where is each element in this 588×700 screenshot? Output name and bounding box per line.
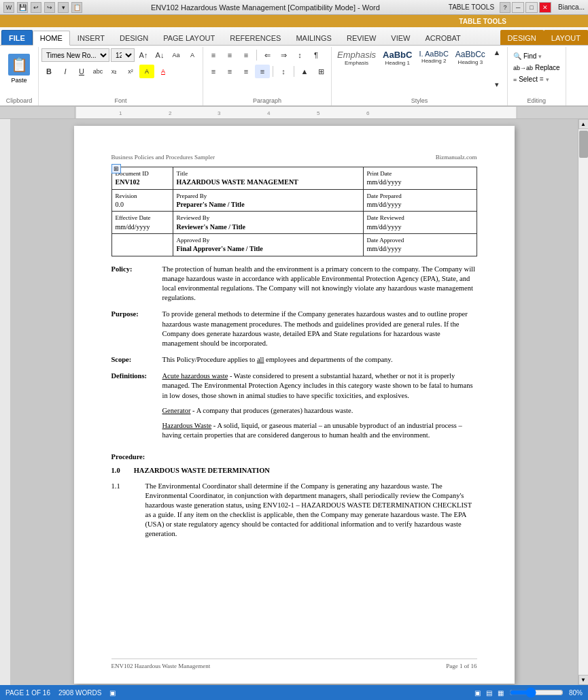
table-cell[interactable]: Date Prepared mm/dd/yyyy bbox=[363, 189, 477, 212]
increase-indent-button[interactable]: ⇒ bbox=[276, 48, 291, 62]
extra-icon[interactable]: 📋 bbox=[71, 2, 82, 13]
tab-insert[interactable]: INSERT bbox=[70, 30, 112, 45]
shrink-font-button[interactable]: A↓ bbox=[152, 48, 167, 62]
tab-page-layout[interactable]: PAGE LAYOUT bbox=[156, 30, 222, 45]
scope-section: Scope: This Policy/Procedure applies to … bbox=[111, 355, 477, 365]
svg-text:1: 1 bbox=[119, 110, 122, 116]
find-icon: 🔍 bbox=[513, 52, 521, 60]
tab-references[interactable]: REFERENCES bbox=[222, 30, 288, 45]
tab-home[interactable]: HOME bbox=[33, 31, 70, 46]
doc-footer: ENV102 Hazardous Waste Management Page 1… bbox=[111, 659, 477, 670]
scope-text: This Policy/Procedure applies to all emp… bbox=[162, 355, 477, 365]
align-right-button[interactable]: ≡ bbox=[239, 65, 254, 78]
font-label: Font bbox=[114, 97, 126, 104]
align-center-button[interactable]: ≡ bbox=[222, 65, 237, 78]
clear-formatting-button[interactable]: A bbox=[185, 48, 200, 62]
table-cell[interactable]: Title HAZARDOUS WASTE MANAGEMENT bbox=[173, 167, 363, 190]
bullets-button[interactable]: ≡ bbox=[206, 48, 221, 62]
tab-table-design[interactable]: DESIGN bbox=[500, 30, 544, 45]
scrollbar[interactable]: ▲ ▼ bbox=[578, 119, 588, 685]
bold-button[interactable]: B bbox=[41, 65, 56, 78]
justify-button[interactable]: ≡ bbox=[255, 65, 270, 78]
multilevel-button[interactable]: ≡ bbox=[239, 48, 254, 62]
table-tools-bar: TABLE TOOLS bbox=[0, 15, 588, 27]
left-margin bbox=[0, 119, 10, 685]
maximize-button[interactable]: □ bbox=[525, 2, 538, 13]
quick-access-icon[interactable]: ▾ bbox=[58, 2, 69, 13]
highlight-button[interactable]: A bbox=[139, 65, 154, 78]
numbering-button[interactable]: ≡ bbox=[222, 48, 237, 62]
superscript-button[interactable]: x² bbox=[123, 65, 138, 78]
procedure-label: Procedure: bbox=[111, 452, 477, 462]
table-cell[interactable]: Reviewed By Reviewer's Name / Title bbox=[173, 212, 363, 234]
font-name-select[interactable]: Times New Ro... bbox=[41, 48, 109, 62]
show-para-button[interactable]: ¶ bbox=[309, 48, 324, 62]
table-cell[interactable] bbox=[111, 234, 173, 256]
select-button[interactable]: = Select = ▾ bbox=[511, 74, 552, 84]
tab-table-layout[interactable]: LAYOUT bbox=[544, 30, 588, 45]
table-cell[interactable]: Effective Date mm/dd/yyyy bbox=[111, 212, 173, 234]
ribbon-paragraph-group: ≡ ≡ ≡ ⇐ ⇒ ↕ ¶ ≡ ≡ ≡ ≡ ↕ ▲ ⊞ Paragraph bbox=[203, 47, 332, 105]
purpose-label: Purpose: bbox=[111, 310, 162, 348]
view-icon-web[interactable]: ▦ bbox=[498, 689, 504, 697]
find-button[interactable]: 🔍 Find ▾ bbox=[511, 51, 544, 61]
scroll-thumb[interactable] bbox=[579, 131, 588, 158]
redo-icon[interactable]: ↪ bbox=[44, 2, 55, 13]
view-icon-read[interactable]: ▤ bbox=[486, 689, 492, 697]
tab-design[interactable]: DESIGN bbox=[112, 30, 156, 45]
line-spacing-button[interactable]: ↕ bbox=[276, 65, 291, 78]
table-cell[interactable]: Revision 0.0 bbox=[111, 189, 173, 212]
table-cell[interactable]: Prepared By Preparer's Name / Title bbox=[173, 189, 363, 212]
document-area: ⊞ Business Policies and Procedures Sampl… bbox=[0, 119, 588, 685]
style-heading3[interactable]: AaBbCc Heading 3 bbox=[453, 48, 488, 67]
divider3 bbox=[294, 66, 294, 77]
scroll-down-button[interactable]: ▼ bbox=[578, 675, 589, 685]
table-cell[interactable]: Date Reviewed mm/dd/yyyy bbox=[363, 212, 477, 234]
grow-font-button[interactable]: A↑ bbox=[136, 48, 151, 62]
document-page[interactable]: ⊞ Business Policies and Procedures Sampl… bbox=[74, 126, 515, 684]
table-resize-handle[interactable]: ⊞ bbox=[111, 164, 121, 173]
styles-expand-button[interactable]: ▲▾ bbox=[489, 48, 504, 89]
zoom-slider[interactable] bbox=[509, 689, 564, 696]
tab-mailings[interactable]: MAILINGS bbox=[288, 30, 339, 45]
tab-acrobat[interactable]: ACROBAT bbox=[417, 30, 468, 45]
table-cell[interactable]: Date Approved mm/dd/yyyy bbox=[363, 234, 477, 256]
table-cell[interactable]: Approved By Final Approver's Name / Titl… bbox=[173, 234, 363, 256]
close-button[interactable]: ✕ bbox=[539, 2, 551, 13]
subscript-button[interactable]: x₂ bbox=[107, 65, 122, 78]
paragraph-content: ≡ ≡ ≡ ⇐ ⇒ ↕ ¶ ≡ ≡ ≡ ≡ ↕ ▲ ⊞ bbox=[206, 48, 328, 96]
minimize-button[interactable]: ─ bbox=[512, 2, 524, 13]
align-left-button[interactable]: ≡ bbox=[206, 65, 221, 78]
tab-review[interactable]: REVIEW bbox=[339, 30, 383, 45]
paste-button[interactable]: 📋 Paste bbox=[3, 48, 35, 89]
undo-icon[interactable]: ↩ bbox=[31, 2, 41, 13]
tab-file[interactable]: FILE bbox=[1, 30, 33, 45]
save-icon[interactable]: 💾 bbox=[17, 2, 28, 13]
replace-button[interactable]: ab→ab Replace bbox=[511, 63, 563, 73]
ruler-content: 1 2 3 4 5 6 bbox=[0, 107, 588, 118]
view-icon-print[interactable]: ▣ bbox=[474, 689, 481, 697]
sort-button[interactable]: ↕ bbox=[292, 48, 307, 62]
help-icon[interactable]: ? bbox=[500, 2, 511, 13]
font-row2: B I U abc x₂ x² A A bbox=[41, 65, 171, 78]
case-button[interactable]: Aa bbox=[169, 48, 184, 62]
tab-view[interactable]: VIEW bbox=[383, 30, 417, 45]
scroll-up-button[interactable]: ▲ bbox=[578, 119, 589, 129]
table-row: Effective Date mm/dd/yyyy Reviewed By Re… bbox=[111, 212, 477, 234]
decrease-indent-button[interactable]: ⇐ bbox=[260, 48, 275, 62]
style-emphasis[interactable]: Emphasis Emphasis bbox=[334, 48, 379, 67]
style-heading1[interactable]: AaBbC Heading 1 bbox=[380, 48, 415, 67]
font-color-button[interactable]: A bbox=[156, 65, 171, 78]
table-cell[interactable]: Document ID ENV102 bbox=[111, 167, 173, 190]
cell-label: Approved By bbox=[177, 236, 360, 244]
borders-button[interactable]: ⊞ bbox=[313, 65, 328, 78]
table-cell[interactable]: Print Date mm/dd/yyyy bbox=[363, 167, 477, 190]
font-size-select[interactable]: 12 bbox=[111, 48, 135, 62]
policy-table[interactable]: Document ID ENV102 Title HAZARDOUS WASTE… bbox=[111, 167, 477, 256]
shading-button[interactable]: ▲ bbox=[297, 65, 312, 78]
strikethrough-button[interactable]: abc bbox=[90, 65, 105, 78]
cell-label: Reviewed By bbox=[177, 214, 360, 222]
style-heading2[interactable]: I. AaBbC Heading 2 bbox=[416, 48, 451, 65]
italic-button[interactable]: I bbox=[58, 65, 73, 78]
underline-button[interactable]: U bbox=[74, 65, 89, 78]
